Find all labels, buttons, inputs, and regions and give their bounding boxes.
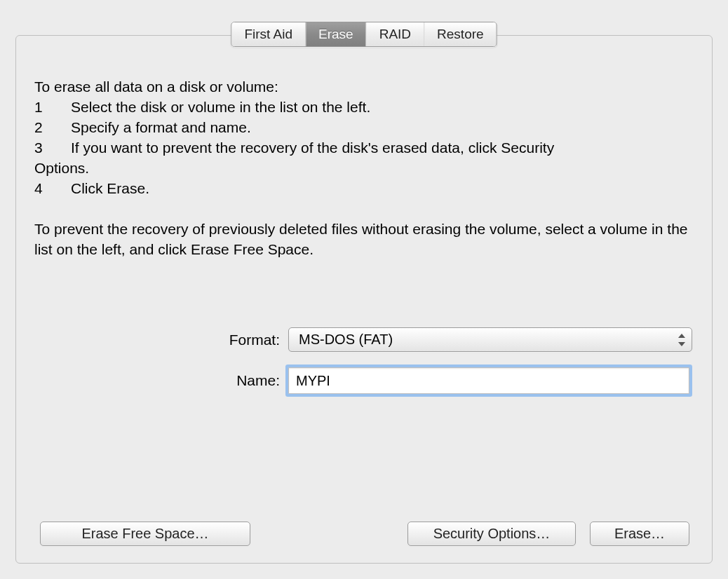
format-label: Format: (16, 332, 288, 348)
step-number: 2 (34, 117, 71, 137)
step-number: 1 (34, 97, 71, 117)
instruction-step: 4 Click Erase. (34, 178, 694, 198)
instructions-block: To erase all data on a disk or volume: 1… (34, 76, 694, 259)
tab-first-aid[interactable]: First Aid (231, 22, 305, 46)
content-pane: To erase all data on a disk or volume: 1… (15, 35, 713, 564)
step-text: Specify a format and name. (71, 117, 251, 137)
tab-bar: First Aid Erase RAID Restore (231, 22, 497, 47)
format-value: MS-DOS (FAT) (299, 332, 393, 348)
step-text: If you want to prevent the recovery of t… (71, 139, 554, 156)
instruction-step: 1 Select the disk or volume in the list … (34, 97, 694, 117)
updown-arrows-icon (678, 334, 685, 346)
form-area: Format: MS-DOS (FAT) Name: (16, 327, 712, 409)
tab-erase[interactable]: Erase (306, 22, 366, 46)
name-row: Name: (16, 367, 712, 394)
erase-button[interactable]: Erase… (590, 522, 689, 546)
instruction-step: 3If you want to prevent the recovery of … (34, 137, 694, 158)
name-input[interactable] (288, 367, 689, 394)
security-options-button[interactable]: Security Options… (407, 522, 576, 546)
name-label: Name: (16, 372, 288, 389)
step-text-continuation: Options. (34, 158, 694, 178)
format-row: Format: MS-DOS (FAT) (16, 327, 712, 352)
footer-buttons: Erase Free Space… Security Options… Eras… (16, 522, 712, 546)
instruction-step: 2 Specify a format and name. (34, 117, 694, 137)
step-number: 4 (34, 178, 71, 198)
instructions-heading: To erase all data on a disk or volume: (34, 76, 694, 97)
instructions-footer: To prevent the recovery of previously de… (34, 219, 694, 259)
tab-restore[interactable]: Restore (424, 22, 497, 46)
step-text: Select the disk or volume in the list on… (71, 97, 370, 117)
tab-raid[interactable]: RAID (367, 22, 424, 46)
step-text: Click Erase. (71, 178, 149, 198)
erase-free-space-button[interactable]: Erase Free Space… (40, 522, 250, 546)
format-select[interactable]: MS-DOS (FAT) (288, 327, 692, 352)
